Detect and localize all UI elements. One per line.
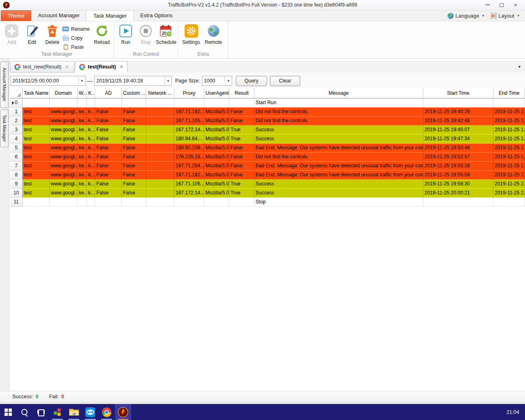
cell[interactable]: 2019-11-25 1... — [493, 162, 525, 171]
layout-menu[interactable]: Layout ▼ — [491, 13, 520, 19]
cell[interactable] — [174, 98, 204, 107]
cell[interactable]: 176.235.18... — [174, 153, 204, 162]
cell[interactable]: test — [23, 126, 50, 135]
cell[interactable]: www.googl... — [50, 126, 78, 135]
cell[interactable]: ke... — [78, 116, 87, 126]
cell[interactable]: False — [122, 153, 146, 162]
row-header[interactable]: 11 — [10, 198, 23, 207]
cell[interactable]: ke... — [78, 135, 87, 144]
cell[interactable] — [23, 98, 50, 107]
cell[interactable]: k... — [87, 135, 95, 144]
cell[interactable]: 2019-11-25 1... — [493, 126, 525, 135]
column-header[interactable]: Message — [254, 88, 423, 98]
cell[interactable] — [493, 198, 525, 207]
cell[interactable] — [493, 98, 525, 107]
cell[interactable] — [229, 98, 254, 107]
cell[interactable]: False — [122, 107, 146, 116]
cell[interactable]: False — [229, 171, 254, 180]
cell[interactable]: False — [229, 162, 254, 171]
cell[interactable]: k... — [87, 180, 95, 189]
cell[interactable]: Success — [254, 189, 423, 198]
cell[interactable]: 2019-11-25 1... — [493, 135, 525, 144]
cell[interactable]: False — [95, 116, 122, 126]
cell[interactable]: Did not find the controls. — [254, 116, 423, 126]
cell[interactable] — [146, 135, 174, 144]
taskbar-app-teamviewer[interactable] — [82, 404, 98, 420]
schedule-button[interactable]: 20 Schedule — [156, 23, 176, 45]
cell[interactable]: www.googl... — [50, 153, 78, 162]
cell[interactable] — [78, 98, 87, 107]
cell[interactable]: test — [23, 171, 50, 180]
cell[interactable]: True — [229, 135, 254, 144]
cell[interactable]: False — [95, 135, 122, 144]
cell[interactable]: Did not find the controls. — [254, 107, 423, 116]
cell[interactable]: ke... — [78, 162, 87, 171]
cell[interactable]: True — [229, 126, 254, 135]
row-header[interactable]: 4 — [10, 135, 23, 144]
close-button[interactable]: × — [509, 0, 523, 9]
cell[interactable] — [204, 98, 229, 107]
cell[interactable] — [122, 198, 146, 207]
cell[interactable]: Success — [254, 135, 423, 144]
cell[interactable]: 2019-11-25 19:45:07 — [423, 126, 493, 135]
cell[interactable]: True — [229, 180, 254, 189]
cell[interactable]: False — [122, 162, 146, 171]
cell[interactable]: 167.172.14... — [174, 126, 204, 135]
taskbar-clock[interactable]: 21:04 — [507, 404, 525, 420]
start-button[interactable] — [0, 404, 16, 420]
cell[interactable]: 2019-11-25 1... — [493, 153, 525, 162]
cell[interactable]: False — [122, 135, 146, 144]
cell[interactable]: 180.94.64.... — [174, 135, 204, 144]
chevron-down-icon[interactable]: ▼ — [78, 76, 85, 85]
cell[interactable]: 2019-11-25 19:55:59 — [423, 171, 493, 180]
column-header[interactable]: K... — [87, 88, 95, 98]
cell[interactable]: www.googl... — [50, 107, 78, 116]
cell[interactable]: False — [122, 189, 146, 198]
cell[interactable]: ke... — [78, 189, 87, 198]
cell[interactable]: test — [23, 189, 50, 198]
doc-tab-test-result[interactable]: test(Result) × — [75, 61, 128, 73]
cell[interactable] — [229, 198, 254, 207]
cell[interactable]: False — [122, 144, 146, 153]
cell[interactable]: test — [23, 107, 50, 116]
cell[interactable] — [146, 98, 174, 107]
cell[interactable]: test — [23, 135, 50, 144]
cell[interactable] — [174, 198, 204, 207]
cell[interactable]: False — [95, 107, 122, 116]
language-menu[interactable]: Language ▼ — [447, 13, 485, 19]
taskbar-app-trafficbotpro[interactable] — [115, 404, 131, 420]
taskbar-app-wegame[interactable] — [49, 404, 66, 420]
close-icon[interactable]: × — [66, 64, 68, 70]
cell[interactable]: False — [229, 144, 254, 153]
rename-button[interactable]: RN Rename — [62, 25, 91, 33]
cell[interactable]: True — [229, 189, 254, 198]
cell[interactable] — [122, 98, 146, 107]
row-header[interactable]: 0 — [10, 98, 23, 107]
cell[interactable]: 167.71.105... — [174, 180, 204, 189]
cell[interactable]: Bad End. Message: Our systems have detec… — [254, 171, 423, 180]
cell[interactable]: www.googl... — [50, 171, 78, 180]
close-icon[interactable]: × — [120, 64, 123, 70]
cell[interactable] — [146, 198, 174, 207]
cell[interactable]: Mozilla/5.0... — [204, 135, 229, 144]
row-header[interactable]: 7 — [10, 162, 23, 171]
paste-button[interactable]: Paste — [62, 43, 91, 51]
cell[interactable] — [50, 98, 78, 107]
row-header[interactable]: 9 — [10, 180, 23, 189]
cell[interactable]: 2019-11-25 2... — [493, 180, 525, 189]
row-header[interactable]: 3 — [10, 126, 23, 135]
cell[interactable]: Mozilla/5.0... — [204, 144, 229, 153]
cell[interactable]: 2019-11-25 19:50:48 — [423, 144, 493, 153]
query-button[interactable]: Query — [236, 76, 267, 86]
clear-button[interactable]: Clear — [270, 76, 300, 86]
cell[interactable]: 2019-11-25 1... — [493, 116, 525, 126]
cell[interactable]: 180.92.238... — [174, 144, 204, 153]
cell[interactable]: k... — [87, 162, 95, 171]
cell[interactable]: Mozilla/5.0... — [204, 153, 229, 162]
cell[interactable]: 2019-11-25 19:58:30 — [423, 180, 493, 189]
remote-button[interactable]: Remote — [202, 23, 224, 45]
cell[interactable]: 2019-11-25 19:55:16 — [423, 162, 493, 171]
cell[interactable]: False — [95, 171, 122, 180]
cell[interactable]: Success — [254, 126, 423, 135]
cell[interactable]: k... — [87, 189, 95, 198]
